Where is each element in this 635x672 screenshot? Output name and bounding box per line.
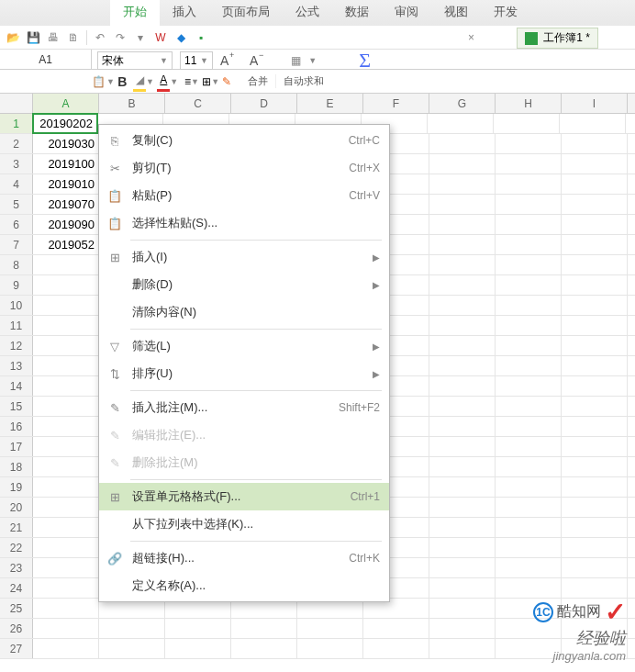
decrease-font-icon[interactable]: A− xyxy=(250,53,258,68)
context-menu-item[interactable]: 删除(D)▶ xyxy=(99,271,389,298)
cell[interactable] xyxy=(562,296,628,315)
cell[interactable] xyxy=(33,296,99,315)
cell[interactable] xyxy=(496,518,562,537)
cell[interactable] xyxy=(33,518,99,537)
row-header[interactable]: 19 xyxy=(0,477,33,497)
cell[interactable] xyxy=(429,255,496,274)
cell[interactable] xyxy=(33,477,99,497)
column-header[interactable]: E xyxy=(297,94,363,113)
cell[interactable] xyxy=(496,437,562,456)
preview-icon[interactable]: 🗎 xyxy=(66,30,81,45)
addon-icon[interactable]: ▪ xyxy=(194,30,208,45)
cell[interactable] xyxy=(33,639,99,658)
cell[interactable] xyxy=(562,397,628,416)
menu-tab-5[interactable]: 审阅 xyxy=(382,0,431,26)
workbook-tab[interactable]: 工作簿1 * xyxy=(517,28,598,49)
cell[interactable] xyxy=(33,316,99,335)
cell[interactable] xyxy=(496,477,562,497)
context-menu-item[interactable]: 定义名称(A)... xyxy=(99,572,389,599)
cell[interactable] xyxy=(429,599,496,618)
cell[interactable]: 2019100 xyxy=(33,154,99,174)
row-header[interactable]: 16 xyxy=(0,417,33,436)
wps-logo-icon[interactable]: W xyxy=(153,30,168,45)
menu-tab-7[interactable]: 开发 xyxy=(481,0,530,26)
cell[interactable] xyxy=(33,275,99,295)
cell[interactable] xyxy=(429,498,496,517)
context-menu-item[interactable]: ✂剪切(T)Ctrl+X xyxy=(99,154,389,182)
context-menu-item[interactable]: 📋粘贴(P)Ctrl+V xyxy=(99,182,389,209)
cell[interactable] xyxy=(496,578,562,598)
name-box[interactable]: A1 xyxy=(0,50,92,69)
cell[interactable] xyxy=(297,639,363,658)
cell[interactable] xyxy=(363,639,429,658)
dropdown-icon[interactable]: ▾ xyxy=(133,30,148,45)
cell[interactable] xyxy=(33,619,99,638)
cell[interactable] xyxy=(165,639,231,658)
cell[interactable]: 2019070 xyxy=(33,195,99,214)
cell[interactable] xyxy=(33,558,99,577)
cell[interactable] xyxy=(496,558,562,577)
cell[interactable] xyxy=(33,578,99,598)
menu-tab-1[interactable]: 插入 xyxy=(160,0,209,26)
menu-tab-2[interactable]: 页面布局 xyxy=(209,0,283,26)
row-header[interactable]: 17 xyxy=(0,437,33,456)
align-icon[interactable]: ▦ xyxy=(291,54,301,67)
redo-icon[interactable]: ↷ xyxy=(113,30,128,45)
context-menu-item[interactable]: ▽筛选(L)▶ xyxy=(99,332,389,360)
cell[interactable] xyxy=(429,477,496,497)
column-header[interactable]: B xyxy=(99,94,165,113)
close-tab-icon[interactable]: × xyxy=(468,31,474,44)
cell[interactable] xyxy=(429,336,496,355)
cell[interactable] xyxy=(496,255,562,274)
cell[interactable] xyxy=(560,114,626,133)
sigma-icon[interactable]: Σ xyxy=(359,49,371,73)
fill-color-button[interactable]: ◢ xyxy=(133,73,146,89)
cell[interactable] xyxy=(562,316,628,335)
column-header[interactable]: I xyxy=(562,94,628,113)
cell[interactable] xyxy=(496,215,562,234)
cell[interactable] xyxy=(429,558,496,577)
context-menu-item[interactable]: 📋选择性粘贴(S)... xyxy=(99,209,389,237)
cell[interactable] xyxy=(363,619,429,638)
row-header[interactable]: 1 xyxy=(0,114,33,133)
cell[interactable] xyxy=(429,417,496,436)
menu-tab-6[interactable]: 视图 xyxy=(431,0,481,26)
context-menu-item[interactable]: ⊞设置单元格格式(F)...Ctrl+1 xyxy=(99,483,389,510)
row-header[interactable]: 5 xyxy=(0,195,33,214)
cell[interactable] xyxy=(33,376,99,396)
paste-icon[interactable]: 📋 xyxy=(92,75,106,88)
cell[interactable] xyxy=(562,275,628,295)
cell[interactable] xyxy=(99,639,165,658)
row-header[interactable]: 21 xyxy=(0,518,33,537)
cell[interactable] xyxy=(562,498,628,517)
menu-tab-3[interactable]: 公式 xyxy=(283,0,332,26)
cell[interactable] xyxy=(562,235,628,254)
cell[interactable] xyxy=(33,538,99,557)
cell[interactable] xyxy=(496,134,562,153)
cell[interactable] xyxy=(496,336,562,355)
cell[interactable] xyxy=(562,437,628,456)
cell[interactable] xyxy=(562,255,628,274)
row-header[interactable]: 15 xyxy=(0,397,33,416)
cell[interactable] xyxy=(562,336,628,355)
cell[interactable] xyxy=(33,437,99,456)
cell[interactable] xyxy=(562,154,628,174)
merge-group[interactable]: 合并 xyxy=(240,74,276,88)
cell[interactable]: 2019030 xyxy=(33,134,99,153)
cell[interactable] xyxy=(429,578,496,598)
cell[interactable] xyxy=(429,235,496,254)
cell[interactable] xyxy=(99,619,165,638)
cell[interactable] xyxy=(562,578,628,598)
row-header[interactable]: 6 xyxy=(0,215,33,234)
cell[interactable]: 20190202 xyxy=(32,113,98,134)
cell[interactable] xyxy=(33,417,99,436)
cell[interactable] xyxy=(33,457,99,476)
cell[interactable] xyxy=(33,599,99,618)
cell[interactable] xyxy=(429,275,496,295)
context-menu-item[interactable]: ⇅排序(U)▶ xyxy=(99,360,389,387)
cell[interactable]: 2019090 xyxy=(33,215,99,234)
column-header[interactable]: F xyxy=(363,94,429,113)
row-header[interactable]: 3 xyxy=(0,154,33,174)
cell[interactable] xyxy=(33,356,99,375)
cell[interactable] xyxy=(496,498,562,517)
